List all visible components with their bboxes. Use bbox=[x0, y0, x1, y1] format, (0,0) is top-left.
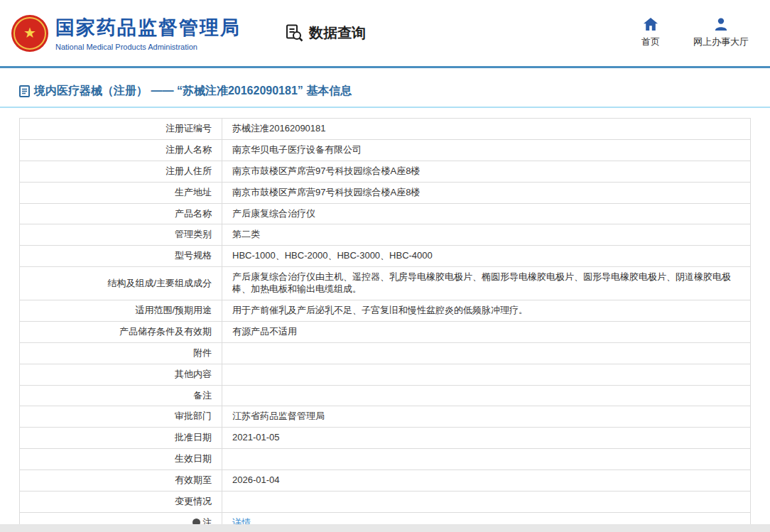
brand[interactable]: ★ 国家药品监督管理局 National Medical Products Ad… bbox=[11, 15, 241, 52]
page-footer bbox=[0, 524, 770, 532]
row-label: 注册人名称 bbox=[20, 139, 222, 161]
table-row: 结构及组成/主要组成成分 产后康复综合治疗仪由主机、遥控器、乳房导电橡胶电极片、… bbox=[20, 267, 751, 300]
nav-home-label: 首页 bbox=[641, 36, 660, 48]
row-value bbox=[222, 492, 751, 513]
row-label: 变更情况 bbox=[20, 492, 222, 513]
table-row: 其他内容 bbox=[20, 364, 751, 385]
row-label: 注册证编号 bbox=[20, 119, 222, 140]
row-value: 江苏省药品监督管理局 bbox=[222, 406, 751, 428]
document-icon bbox=[19, 85, 30, 97]
row-label: 备注 bbox=[20, 385, 222, 406]
main-content: 境内医疗器械（注册） —— “苏械注准20162090181” 基本信息 注册证… bbox=[0, 84, 770, 532]
table-row: 备注 bbox=[20, 385, 751, 406]
data-query-icon bbox=[285, 23, 304, 43]
table-row: 产品名称 产后康复综合治疗仪 bbox=[20, 203, 751, 224]
emblem-star-icon: ★ bbox=[23, 26, 36, 40]
row-label: 批准日期 bbox=[20, 428, 222, 449]
row-label: 其他内容 bbox=[20, 364, 222, 385]
row-label: 生产地址 bbox=[20, 182, 222, 203]
title-underline bbox=[0, 107, 770, 108]
table-row: 生效日期 bbox=[20, 449, 751, 470]
row-value: 南京华贝电子医疗设备有限公司 bbox=[222, 139, 751, 161]
row-value: 产后康复综合治疗仪由主机、遥控器、乳房导电橡胶电极片、椭圆形导电橡胶电极片、圆形… bbox=[222, 267, 751, 300]
table-row: 注册人名称 南京华贝电子医疗设备有限公司 bbox=[20, 139, 751, 161]
row-label: 产品储存条件及有效期 bbox=[20, 321, 222, 342]
row-value: 有源产品不适用 bbox=[222, 321, 751, 342]
user-icon bbox=[715, 18, 727, 31]
table-row: 注册人住所 南京市鼓楼区芦席营97号科技园综合楼A座8楼 bbox=[20, 161, 751, 182]
row-value bbox=[222, 449, 751, 470]
table-row: 有效期至 2026-01-04 bbox=[20, 470, 751, 492]
agency-subtitle: National Medical Products Administration bbox=[55, 43, 241, 51]
row-value: 南京市鼓楼区芦席营97号科技园综合楼A座8楼 bbox=[222, 182, 751, 203]
table-row: 产品储存条件及有效期 有源产品不适用 bbox=[20, 321, 751, 342]
table-row: 适用范围/预期用途 用于产前催乳及产后泌乳不足、子宫复旧和慢性盆腔炎的低频脉冲理… bbox=[20, 300, 751, 322]
site-header: ★ 国家药品监督管理局 National Medical Products Ad… bbox=[0, 0, 770, 66]
table-row: 审批部门 江苏省药品监督管理局 bbox=[20, 406, 751, 428]
row-label: 审批部门 bbox=[20, 406, 222, 428]
data-query-section[interactable]: 数据查询 bbox=[285, 23, 366, 43]
row-value: 2021-01-05 bbox=[222, 428, 751, 449]
header-divider bbox=[0, 66, 770, 68]
table-row: 附件 bbox=[20, 342, 751, 364]
table-row: 批准日期 2021-01-05 bbox=[20, 428, 751, 449]
row-label: 附件 bbox=[20, 342, 222, 364]
row-value bbox=[222, 342, 751, 364]
national-emblem-logo: ★ bbox=[11, 15, 48, 52]
row-value: HBC-1000、HBC-2000、HBC-3000、HBC-4000 bbox=[222, 246, 751, 267]
agency-title: 国家药品监督管理局 bbox=[55, 15, 241, 40]
row-label: 注册人住所 bbox=[20, 161, 222, 182]
row-value: 2026-01-04 bbox=[222, 470, 751, 492]
header-nav: 首页 网上办事大厅 bbox=[634, 18, 749, 48]
row-label: 结构及组成/主要组成成分 bbox=[20, 267, 222, 300]
row-value: 南京市鼓楼区芦席营97号科技园综合楼A座8楼 bbox=[222, 161, 751, 182]
row-label: 管理类别 bbox=[20, 224, 222, 246]
table-row: 型号规格 HBC-1000、HBC-2000、HBC-3000、HBC-4000 bbox=[20, 246, 751, 267]
row-value: 用于产前催乳及产后泌乳不足、子宫复旧和慢性盆腔炎的低频脉冲理疗。 bbox=[222, 300, 751, 322]
data-query-label: 数据查询 bbox=[309, 23, 366, 43]
row-label: 型号规格 bbox=[20, 246, 222, 267]
row-value: 苏械注准20162090181 bbox=[222, 119, 751, 140]
nav-service-hall-label: 网上办事大厅 bbox=[693, 36, 749, 48]
nav-service-hall[interactable]: 网上办事大厅 bbox=[693, 18, 749, 48]
nav-home[interactable]: 首页 bbox=[634, 18, 668, 48]
row-value bbox=[222, 385, 751, 406]
row-label: 生效日期 bbox=[20, 449, 222, 470]
row-label: 适用范围/预期用途 bbox=[20, 300, 222, 322]
table-row: 注册证编号 苏械注准20162090181 bbox=[20, 119, 751, 140]
info-table: 注册证编号 苏械注准20162090181 注册人名称 南京华贝电子医疗设备有限… bbox=[19, 118, 751, 532]
table-row: 生产地址 南京市鼓楼区芦席营97号科技园综合楼A座8楼 bbox=[20, 182, 751, 203]
row-value: 第二类 bbox=[222, 224, 751, 246]
info-table-body: 注册证编号 苏械注准20162090181 注册人名称 南京华贝电子医疗设备有限… bbox=[20, 119, 751, 532]
table-row: 变更情况 bbox=[20, 492, 751, 513]
row-value bbox=[222, 364, 751, 385]
home-icon bbox=[644, 18, 658, 31]
row-label: 产品名称 bbox=[20, 203, 222, 224]
row-value: 产后康复综合治疗仪 bbox=[222, 203, 751, 224]
row-label: 有效期至 bbox=[20, 470, 222, 492]
table-row: 管理类别 第二类 bbox=[20, 224, 751, 246]
page-title: 境内医疗器械（注册） —— “苏械注准20162090181” 基本信息 bbox=[34, 84, 352, 99]
